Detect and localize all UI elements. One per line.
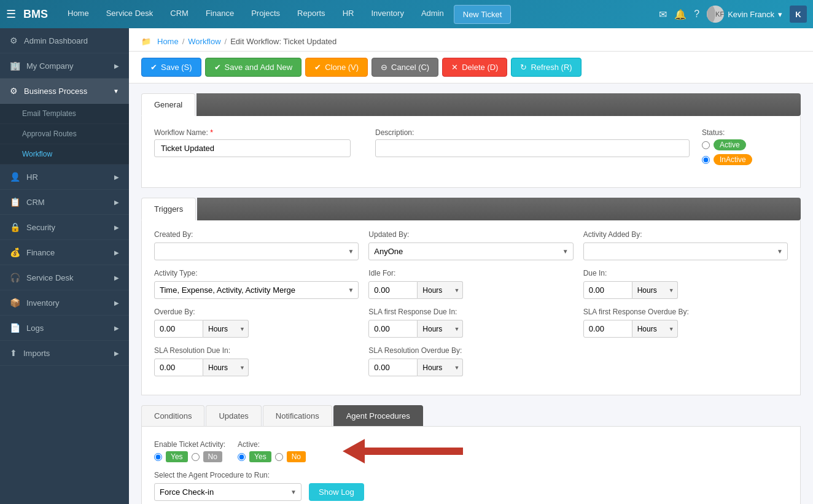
sidebar-label-email-templates: Email Templates xyxy=(22,109,76,118)
chevron-logs-icon: ▶ xyxy=(114,325,119,331)
sidebar-item-logs[interactable]: 📄 Logs ▶ xyxy=(0,316,129,341)
app-logo: BMS xyxy=(23,8,48,21)
activity-added-group: Activity Added By: ▼ xyxy=(583,230,788,260)
sla-first-response-unit-select[interactable]: Hours Minutes Days xyxy=(418,320,463,338)
sla-first-overdue-group: SLA first Response Overdue By: Hours Min… xyxy=(583,308,788,338)
main-content: 📁 Home / Workflow / Edit Workflow: Ticke… xyxy=(129,28,813,504)
tab-triggers[interactable]: Triggers xyxy=(141,198,196,220)
save-button[interactable]: ✔ Save (S) xyxy=(141,58,201,77)
sla-first-response-label: SLA first Response Due In: xyxy=(368,308,573,316)
sidebar-label-my-company: My Company xyxy=(26,61,74,71)
sidebar-item-service-desk[interactable]: 🎧 Service Desk ▶ xyxy=(0,265,129,290)
workflow-name-input[interactable] xyxy=(154,139,351,157)
save-label: Save (S) xyxy=(161,63,192,72)
idle-for-input-wrap: Hours Minutes Days xyxy=(368,281,573,299)
nav-projects[interactable]: Projects xyxy=(244,5,287,24)
overdue-by-input[interactable] xyxy=(154,320,203,338)
sidebar-label-security: Security xyxy=(26,223,55,232)
sla-resolution-overdue-unit-select[interactable]: Hours Minutes Days xyxy=(418,359,463,376)
created-by-select[interactable] xyxy=(154,242,359,260)
refresh-button[interactable]: ↻ Refresh (R) xyxy=(511,58,581,77)
status-inactive-radio[interactable] xyxy=(702,156,710,164)
active-yes-radio[interactable] xyxy=(238,453,246,461)
workflow-name-group: Workflow Name: * xyxy=(154,128,363,157)
sidebar-item-finance[interactable]: 💰 Finance ▶ xyxy=(0,240,129,265)
sla-resolution-overdue-unit-wrap: Hours Minutes Days xyxy=(418,359,463,376)
updated-by-label: Updated By: xyxy=(368,230,573,239)
sidebar-label-hr: HR xyxy=(26,173,38,182)
sidebar-label-workflow: Workflow xyxy=(22,150,52,158)
tab-notifications[interactable]: Notifications xyxy=(263,405,332,426)
status-inactive-badge: InActive xyxy=(714,154,752,165)
due-in-input[interactable] xyxy=(583,281,632,299)
nav-crm[interactable]: CRM xyxy=(163,5,196,24)
tab-conditions[interactable]: Conditions xyxy=(141,405,204,426)
sidebar-item-business-process[interactable]: ⚙ Business Process ▼ xyxy=(0,79,129,104)
idle-for-unit-select[interactable]: Hours Minutes Days xyxy=(418,281,463,299)
nav-finance[interactable]: Finance xyxy=(198,5,241,24)
sla-resolution-overdue-group: SLA Resolution Overdue By: Hours Minutes… xyxy=(368,346,573,376)
cancel-button[interactable]: ⊖ Cancel (C) xyxy=(371,58,438,77)
sidebar-item-crm[interactable]: 📋 CRM ▶ xyxy=(0,190,129,215)
breadcrumb-home[interactable]: Home xyxy=(157,37,179,46)
sidebar-item-security[interactable]: 🔒 Security ▶ xyxy=(0,215,129,240)
sidebar-item-hr[interactable]: 👤 HR ▶ xyxy=(0,165,129,190)
user-name: Kevin Franck xyxy=(728,10,774,19)
select-procedure-select[interactable]: Force Check-in xyxy=(154,483,301,501)
sidebar-item-my-company[interactable]: 🏢 My Company ▶ xyxy=(0,53,129,79)
sidebar-item-email-templates[interactable]: Email Templates xyxy=(0,104,129,124)
delete-button[interactable]: ✕ Delete (D) xyxy=(442,58,507,77)
nav-admin[interactable]: Admin xyxy=(414,5,451,24)
bell-icon[interactable]: 🔔 xyxy=(674,9,687,20)
hamburger-icon[interactable]: ☰ xyxy=(6,7,16,21)
status-active-radio[interactable] xyxy=(702,141,710,149)
enable-ticket-no-radio[interactable] xyxy=(192,453,200,461)
cancel-label: Cancel (C) xyxy=(391,63,429,72)
sla-resolution-unit-select[interactable]: Hours Minutes Days xyxy=(203,359,249,376)
nav-reports[interactable]: Reports xyxy=(290,5,333,24)
nav-hr[interactable]: HR xyxy=(335,5,362,24)
created-by-label: Created By: xyxy=(154,230,359,239)
tab-updates[interactable]: Updates xyxy=(206,405,261,426)
due-in-unit-select[interactable]: Hours Minutes Days xyxy=(632,281,678,299)
sidebar-item-imports[interactable]: ⬆ Imports ▶ xyxy=(0,341,129,366)
sidebar-item-inventory[interactable]: 📦 Inventory ▶ xyxy=(0,290,129,316)
activity-added-select[interactable] xyxy=(583,242,788,260)
show-log-button[interactable]: Show Log xyxy=(309,483,364,501)
idle-for-input[interactable] xyxy=(368,281,418,299)
sla-first-overdue-input[interactable] xyxy=(583,320,632,338)
triggers-row-1: Created By: ▼ Updated By: AnyOne ▼ xyxy=(154,230,788,260)
email-icon[interactable]: ✉ xyxy=(659,9,667,20)
sidebar-label-business-process: Business Process xyxy=(24,87,87,96)
tab-general[interactable]: General xyxy=(141,93,195,116)
overdue-by-unit-wrap: Hours Minutes Days xyxy=(203,320,249,338)
sla-resolution-overdue-input[interactable] xyxy=(368,359,418,376)
save-add-new-button[interactable]: ✔ Save and Add New xyxy=(205,58,302,77)
sla-first-overdue-unit-select[interactable]: Hours Minutes Days xyxy=(632,320,678,338)
general-header-bar xyxy=(196,93,801,116)
sidebar-item-admin-dashboard[interactable]: ⚙ Admin Dashboard xyxy=(0,28,129,53)
user-menu[interactable]: KF Kevin Franck ▾ xyxy=(707,6,782,23)
sidebar-item-workflow[interactable]: Workflow xyxy=(0,144,129,165)
updated-by-select[interactable]: AnyOne xyxy=(368,242,573,260)
sla-first-response-input[interactable] xyxy=(368,320,418,338)
folder-icon: 📁 xyxy=(141,37,151,46)
clone-button[interactable]: ✔ Clone (V) xyxy=(305,58,368,77)
nav-servicedesk[interactable]: Service Desk xyxy=(99,5,161,24)
description-input[interactable] xyxy=(375,139,690,157)
sidebar-item-approval-routes[interactable]: Approval Routes xyxy=(0,124,129,144)
breadcrumb-workflow[interactable]: Workflow xyxy=(188,37,220,46)
nav-inventory[interactable]: Inventory xyxy=(364,5,411,24)
enable-ticket-yes-radio[interactable] xyxy=(154,453,162,461)
activity-type-select[interactable]: Time, Expense, Activity, Activity Merge xyxy=(154,281,359,299)
overdue-by-unit-select[interactable]: Hours Minutes Days xyxy=(203,320,249,338)
sla-first-overdue-input-wrap: Hours Minutes Days xyxy=(583,320,788,338)
sidebar-label-approval-routes: Approval Routes xyxy=(22,130,77,138)
help-icon[interactable]: ? xyxy=(694,9,699,20)
active-no-radio[interactable] xyxy=(275,453,283,461)
breadcrumb-sep-2: / xyxy=(225,37,227,46)
new-ticket-button[interactable]: New Ticket xyxy=(454,5,512,24)
nav-home[interactable]: Home xyxy=(60,5,96,24)
sla-resolution-input[interactable] xyxy=(154,359,203,376)
tab-agent-procedures[interactable]: Agent Procedures xyxy=(333,405,423,426)
